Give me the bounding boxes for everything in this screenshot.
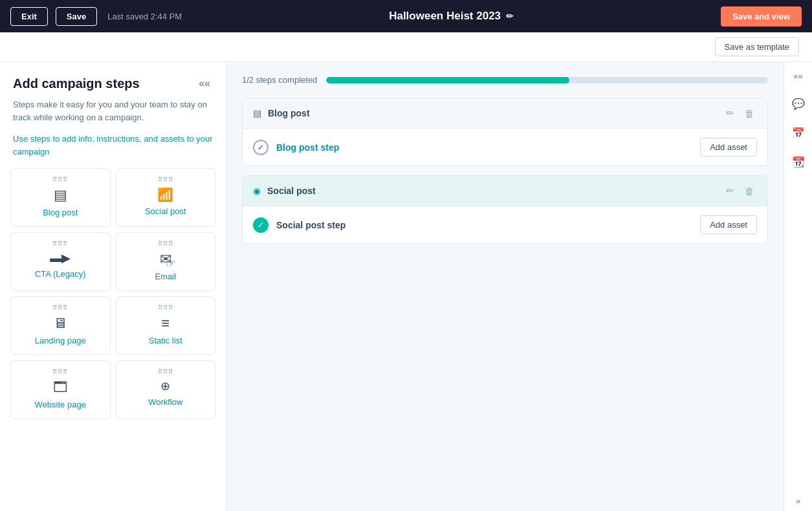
add-asset-social-post-button[interactable]: Add asset <box>700 215 757 234</box>
card-landing-page-label: Landing page <box>35 336 86 345</box>
progress-fill <box>326 77 569 83</box>
edit-title-icon[interactable]: ✏ <box>506 11 514 21</box>
card-blog-post[interactable]: ⠿⠿⠿ ▤ Blog post <box>10 168 111 227</box>
email-icon: ✉ <box>160 251 171 268</box>
social-post-step-row: ✓ Social post step Add asset <box>243 206 767 243</box>
card-drag-dots: ⠿⠿⠿ <box>52 241 68 247</box>
add-asset-blog-post-button[interactable]: Add asset <box>700 138 757 157</box>
calendar-icon-button[interactable]: 📅 <box>789 124 807 142</box>
save-and-view-button[interactable]: Save and view <box>721 6 802 27</box>
blog-post-step-icon: ▤ <box>253 108 261 118</box>
delete-social-post-step-button[interactable]: 🗑 <box>742 184 757 198</box>
card-drag-dots: ⠿⠿⠿ <box>52 305 68 311</box>
left-panel: Add campaign steps «« Steps make it easy… <box>0 62 226 511</box>
social-post-step-check: ✓ <box>253 217 269 233</box>
panel-description-2: Use steps to add info, instructions, and… <box>0 130 226 168</box>
blog-post-icon: ▤ <box>54 187 67 204</box>
delete-blog-post-step-button[interactable]: 🗑 <box>742 106 757 120</box>
card-email[interactable]: ⠿⠿⠿ ✉ Email <box>116 232 216 291</box>
right-content: 1/2 steps completed ▤ Blog post ✏ 🗑 ✓ Bl… <box>226 62 784 511</box>
social-post-step-name: Social post step <box>276 220 692 230</box>
card-blog-post-label: Blog post <box>43 208 78 217</box>
card-static-list-label: Static list <box>149 336 182 345</box>
landing-page-icon: 🖥 <box>53 315 67 332</box>
card-website-page[interactable]: ⠿⠿⠿ 🗔 Website page <box>10 360 111 419</box>
card-email-label: Email <box>155 272 176 281</box>
card-cta-legacy[interactable]: ⠿⠿⠿ ▬▶ CTA (Legacy) <box>10 232 111 291</box>
card-drag-dots: ⠿⠿⠿ <box>158 241 173 247</box>
website-page-icon: 🗔 <box>53 379 67 396</box>
edit-social-post-step-button[interactable]: ✏ <box>723 184 737 198</box>
blog-post-step-check: ✓ <box>253 140 269 155</box>
step-card-blog-post: ▤ Blog post ✏ 🗑 ✓ Blog post step Add ass… <box>242 98 768 166</box>
panel-description: Steps make it easy for you and your team… <box>0 98 226 130</box>
card-static-list[interactable]: ⠿⠿⠿ ≡ Static list <box>116 296 216 355</box>
card-social-post[interactable]: ⠿⠿⠿ 📶 Social post <box>116 168 216 227</box>
progress-track <box>326 77 768 83</box>
social-post-step-icon: ◉ <box>253 186 261 196</box>
last-saved-text: Last saved 2:44 PM <box>107 12 182 21</box>
card-cta-legacy-label: CTA (Legacy) <box>35 269 86 279</box>
card-website-page-label: Website page <box>35 400 86 409</box>
card-drag-dots: ⠿⠿⠿ <box>158 177 173 183</box>
step-header-actions: ✏ 🗑 <box>723 106 757 120</box>
left-panel-header: Add campaign steps «« <box>0 62 226 98</box>
right-sidebar: »» 💬 📅 📆 » <box>784 62 812 511</box>
static-list-icon: ≡ <box>161 315 170 332</box>
progress-label: 1/2 steps completed <box>242 75 317 85</box>
workflow-icon: ⊕ <box>160 379 170 393</box>
step-card-blog-post-header: ▤ Blog post ✏ 🗑 <box>243 98 767 129</box>
panel-title: Add campaign steps <box>13 75 140 92</box>
card-drag-dots: ⠿⠿⠿ <box>52 177 68 183</box>
campaign-title: Halloween Heist 2023 ✏ <box>190 10 713 23</box>
expand-bottom-right-button[interactable]: » <box>793 494 803 508</box>
blog-post-step-row: ✓ Blog post step Add asset <box>243 129 767 166</box>
social-post-icon: 📶 <box>157 187 173 202</box>
step-card-social-post-header: ◉ Social post ✏ 🗑 <box>243 176 767 206</box>
top-nav: Exit Save Last saved 2:44 PM Halloween H… <box>0 0 812 32</box>
cards-grid: ⠿⠿⠿ ▤ Blog post ⠿⠿⠿ 📶 Social post ⠿⠿⠿ ▬▶… <box>10 168 215 419</box>
exit-button[interactable]: Exit <box>10 7 48 26</box>
schedule-icon-button[interactable]: 📆 <box>789 153 807 171</box>
blog-post-step-title: Blog post <box>268 108 717 118</box>
card-workflow[interactable]: ⠿⠿⠿ ⊕ Workflow <box>116 360 216 419</box>
blog-post-step-name: Blog post step <box>276 142 692 153</box>
save-button[interactable]: Save <box>56 7 97 26</box>
step-header-actions-social: ✏ 🗑 <box>723 184 757 198</box>
step-card-social-post: ◉ Social post ✏ 🗑 ✓ Social post step Add… <box>242 175 768 244</box>
main-layout: Add campaign steps «« Steps make it easy… <box>0 62 812 511</box>
collapse-right-panel-button[interactable]: »» <box>791 69 805 83</box>
cards-scroll-area: ⠿⠿⠿ ▤ Blog post ⠿⠿⠿ 📶 Social post ⠿⠿⠿ ▬▶… <box>0 168 226 511</box>
collapse-panel-button[interactable]: «« <box>196 75 213 92</box>
edit-blog-post-step-button[interactable]: ✏ <box>723 106 737 120</box>
card-landing-page[interactable]: ⠿⠿⠿ 🖥 Landing page <box>10 296 111 355</box>
cta-legacy-icon: ▬▶ <box>50 251 71 265</box>
card-workflow-label: Workflow <box>148 397 182 407</box>
progress-row: 1/2 steps completed <box>242 75 768 85</box>
social-post-step-title: Social post <box>267 186 717 196</box>
card-drag-dots: ⠿⠿⠿ <box>158 369 173 375</box>
save-as-template-button[interactable]: Save as template <box>715 38 799 56</box>
sub-header: Save as template <box>0 32 812 62</box>
comments-icon-button[interactable]: 💬 <box>789 95 807 113</box>
card-drag-dots: ⠿⠿⠿ <box>158 305 173 311</box>
card-social-post-label: Social post <box>145 206 186 216</box>
card-drag-dots: ⠿⠿⠿ <box>52 369 68 375</box>
